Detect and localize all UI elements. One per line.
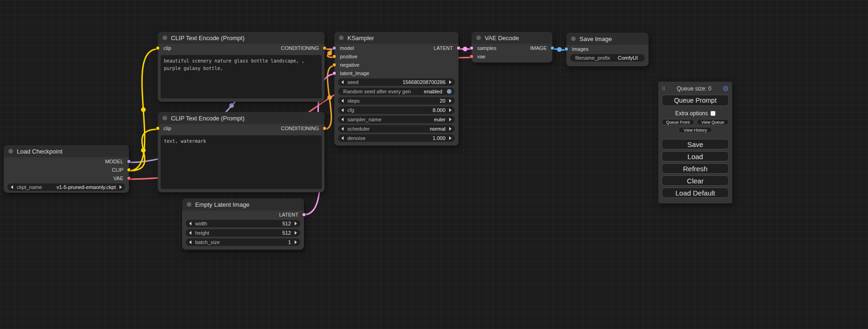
widget-ckpt-name[interactable]: ckpt_name v1-5-pruned-emaonly.ckpt xyxy=(7,183,125,191)
vae-input-dot[interactable] xyxy=(470,55,474,59)
node-load-checkpoint[interactable]: Load Checkpoint MODEL CLIP VAE ckpt_name… xyxy=(4,145,129,193)
latent-image-input-dot[interactable] xyxy=(332,71,337,76)
node-titlebar[interactable]: CLIP Text Encode (Prompt) xyxy=(158,112,325,124)
prev-value-icon[interactable] xyxy=(341,136,344,140)
node-clip-text-encode-negative[interactable]: CLIP Text Encode (Prompt) clip CONDITION… xyxy=(158,112,325,192)
vae-output-dot[interactable] xyxy=(127,176,131,181)
node-vae-decode[interactable]: VAE Decode samples IMAGE vae xyxy=(472,32,552,63)
extra-options-row: Extra options xyxy=(662,110,729,117)
node-save-image[interactable]: Save Image images filename_prefix ComfyU… xyxy=(566,33,649,66)
extra-options-label: Extra options xyxy=(675,110,708,117)
widget-seed[interactable]: seed 156680208700286 xyxy=(338,78,455,86)
latent-output-dot[interactable] xyxy=(457,46,461,50)
widget-batch-size[interactable]: batch_size 1 xyxy=(186,238,300,246)
next-value-icon[interactable] xyxy=(449,108,452,112)
prompt-text-area[interactable]: beautiful scenery nature glass bottle la… xyxy=(161,55,322,98)
slot-row: samples IMAGE xyxy=(472,44,552,52)
node-empty-latent-image[interactable]: Empty Latent Image LATENT width 512 heig… xyxy=(182,198,304,250)
node-clip-text-encode-positive[interactable]: CLIP Text Encode (Prompt) clip CONDITION… xyxy=(158,32,325,102)
prev-value-icon[interactable] xyxy=(341,108,344,112)
node-titlebar[interactable]: Load Checkpoint xyxy=(4,145,129,157)
next-value-icon[interactable] xyxy=(449,99,452,103)
node-titlebar[interactable]: CLIP Text Encode (Prompt) xyxy=(158,32,325,44)
view-history-button[interactable]: View History xyxy=(678,127,712,133)
slot-label: CONDITIONING xyxy=(281,45,319,51)
node-titlebar[interactable]: KSampler xyxy=(334,32,459,44)
node-ksampler[interactable]: KSampler model LATENT positive negative … xyxy=(334,32,459,146)
prev-value-icon[interactable] xyxy=(341,127,344,131)
next-value-icon[interactable] xyxy=(449,118,452,121)
settings-gear-icon[interactable]: ⚙ xyxy=(723,85,729,92)
load-button[interactable]: Load xyxy=(662,151,729,161)
widget-name: steps xyxy=(347,97,360,105)
widget-random-seed-toggle[interactable]: Random seed after every gen enabled xyxy=(338,88,455,95)
image-output-dot[interactable] xyxy=(550,46,555,50)
prev-value-icon[interactable] xyxy=(341,80,344,84)
collapse-dot-icon[interactable] xyxy=(162,116,167,120)
next-value-icon[interactable] xyxy=(295,222,297,225)
collapse-dot-icon[interactable] xyxy=(187,202,191,207)
next-value-icon[interactable] xyxy=(449,80,452,84)
widget-scheduler[interactable]: scheduler normal xyxy=(338,125,455,133)
prompt-text-area[interactable]: text, watermark xyxy=(161,135,322,189)
images-input-dot[interactable] xyxy=(565,47,569,51)
slot-row: clip CONDITIONING xyxy=(158,124,325,133)
latent-output-dot[interactable] xyxy=(302,213,306,217)
node-titlebar[interactable]: Empty Latent Image xyxy=(182,198,304,210)
extra-options-checkbox[interactable] xyxy=(711,111,715,116)
next-value-icon[interactable] xyxy=(449,127,452,131)
model-output-dot[interactable] xyxy=(127,160,131,164)
queue-panel[interactable]: ⠿ Queue size: 0 ⚙ Queue Prompt Extra opt… xyxy=(658,82,732,203)
conditioning-output-dot[interactable] xyxy=(323,46,327,50)
clear-button[interactable]: Clear xyxy=(662,175,729,186)
node-title: Empty Latent Image xyxy=(195,201,249,208)
node-titlebar[interactable]: Save Image xyxy=(566,33,649,45)
widget-width[interactable]: width 512 xyxy=(186,220,300,227)
collapse-dot-icon[interactable] xyxy=(339,35,344,40)
refresh-button[interactable]: Refresh xyxy=(662,163,729,174)
clip-input-dot[interactable] xyxy=(156,46,160,50)
slot-label: negative xyxy=(340,62,360,68)
model-input-dot[interactable] xyxy=(332,46,337,50)
slot-label: LATENT xyxy=(434,45,453,51)
prev-value-icon[interactable] xyxy=(189,231,191,235)
collapse-dot-icon[interactable] xyxy=(162,35,167,40)
collapse-dot-icon[interactable] xyxy=(571,36,576,41)
widget-name: sampler_name xyxy=(347,116,381,123)
queue-prompt-button[interactable]: Queue Prompt xyxy=(662,95,729,106)
node-graph-canvas[interactable]: Load Checkpoint MODEL CLIP VAE ckpt_name… xyxy=(0,0,868,329)
widget-cfg[interactable]: cfg 8.000 xyxy=(338,106,455,114)
slot-label: model xyxy=(340,45,354,51)
widget-steps[interactable]: steps 20 xyxy=(338,97,455,105)
prev-value-icon[interactable] xyxy=(189,240,191,244)
next-value-icon[interactable] xyxy=(449,136,452,140)
prev-value-icon[interactable] xyxy=(341,118,344,121)
clip-input-dot[interactable] xyxy=(156,126,160,131)
samples-input-dot[interactable] xyxy=(470,46,474,50)
clip-output-dot[interactable] xyxy=(127,168,131,172)
widget-sampler-name[interactable]: sampler_name euler xyxy=(338,116,455,123)
load-default-button[interactable]: Load Default xyxy=(662,188,729,198)
drag-handle-icon[interactable]: ⠿ xyxy=(662,86,665,92)
save-button[interactable]: Save xyxy=(662,139,729,149)
node-titlebar[interactable]: VAE Decode xyxy=(472,32,552,44)
view-queue-button[interactable]: View Queue xyxy=(697,119,729,125)
queue-small-buttons-row: Queue Front View Queue xyxy=(662,119,729,125)
slot-label: CLIP xyxy=(112,167,123,173)
widget-filename-prefix[interactable]: filename_prefix ComfyUI xyxy=(570,54,645,62)
next-value-icon[interactable] xyxy=(295,240,297,244)
prev-value-icon[interactable] xyxy=(11,185,13,189)
conditioning-output-dot[interactable] xyxy=(323,126,327,131)
next-value-icon[interactable] xyxy=(120,185,122,189)
prev-value-icon[interactable] xyxy=(189,222,191,225)
next-value-icon[interactable] xyxy=(295,231,297,235)
positive-input-dot[interactable] xyxy=(332,55,337,59)
toggle-dot-icon[interactable] xyxy=(447,89,452,94)
prev-value-icon[interactable] xyxy=(341,99,344,103)
collapse-dot-icon[interactable] xyxy=(476,35,481,40)
widget-height[interactable]: height 512 xyxy=(186,229,300,237)
negative-input-dot[interactable] xyxy=(332,63,337,67)
collapse-dot-icon[interactable] xyxy=(8,149,13,154)
queue-front-button[interactable]: Queue Front xyxy=(662,119,694,125)
widget-denoise[interactable]: denoise 1.000 xyxy=(338,134,455,142)
